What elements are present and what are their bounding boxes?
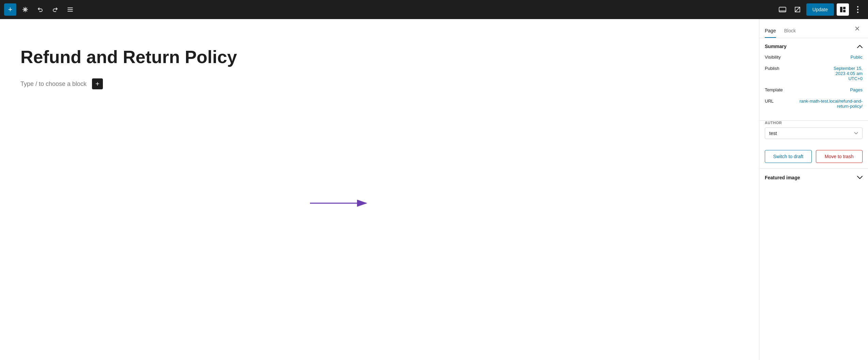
inline-add-block-button[interactable]: + bbox=[92, 78, 103, 89]
main-area: Refund and Return Policy Type / to choos… bbox=[0, 19, 868, 360]
svg-rect-1 bbox=[779, 7, 786, 12]
svg-rect-4 bbox=[843, 10, 846, 12]
author-select[interactable]: test bbox=[765, 127, 863, 139]
svg-point-7 bbox=[857, 12, 858, 13]
url-label: URL bbox=[765, 99, 789, 104]
options-button[interactable] bbox=[852, 3, 864, 16]
summary-row-template: Template Pages bbox=[765, 87, 863, 92]
author-label: AUTHOR bbox=[765, 121, 863, 125]
view-button[interactable] bbox=[776, 3, 789, 16]
page-title[interactable]: Refund and Return Policy bbox=[20, 46, 739, 68]
tab-block[interactable]: Block bbox=[784, 28, 796, 38]
summary-title: Summary bbox=[765, 44, 787, 49]
editor-inner: Refund and Return Policy Type / to choos… bbox=[0, 19, 759, 360]
svg-rect-3 bbox=[843, 7, 846, 9]
sidebar-header: Page Block ✕ bbox=[759, 19, 868, 38]
redo-button[interactable] bbox=[49, 3, 61, 16]
summary-section: Summary Visibility Public Publish Septem… bbox=[759, 38, 868, 121]
tools-button[interactable] bbox=[19, 3, 31, 16]
url-value[interactable]: rank-math-test.local/refund-and-return-p… bbox=[794, 99, 863, 109]
undo-button[interactable] bbox=[34, 3, 46, 16]
summary-row-publish: Publish September 15, 2023 4:05 am UTC+0 bbox=[765, 66, 863, 81]
switch-to-draft-button[interactable]: Switch to draft bbox=[765, 150, 812, 163]
sidebar-tabs: Page Block bbox=[765, 19, 852, 38]
add-block-button[interactable]: + bbox=[4, 3, 16, 16]
block-placeholder[interactable]: Type / to choose a block + bbox=[20, 78, 739, 89]
action-buttons: Switch to draft Move to trash bbox=[759, 145, 868, 169]
svg-rect-2 bbox=[840, 7, 842, 12]
summary-row-url: URL rank-math-test.local/refund-and-retu… bbox=[765, 99, 863, 109]
summary-header: Summary bbox=[765, 44, 863, 49]
featured-image-title: Featured image bbox=[765, 175, 800, 180]
visibility-label: Visibility bbox=[765, 55, 789, 60]
menu-button[interactable] bbox=[64, 3, 76, 16]
svg-point-5 bbox=[857, 6, 858, 7]
featured-image-collapse-button[interactable] bbox=[857, 176, 863, 179]
template-label: Template bbox=[765, 87, 789, 92]
publish-value[interactable]: September 15, 2023 4:05 am UTC+0 bbox=[834, 66, 863, 81]
update-button[interactable]: Update bbox=[806, 3, 834, 16]
svg-point-6 bbox=[857, 9, 858, 10]
sidebar-close-button[interactable]: ✕ bbox=[852, 23, 863, 34]
layout-button[interactable] bbox=[837, 3, 849, 16]
featured-image-section[interactable]: Featured image bbox=[759, 169, 868, 186]
summary-row-visibility: Visibility Public bbox=[765, 55, 863, 60]
toolbar: + bbox=[0, 0, 868, 19]
toolbar-left: + bbox=[4, 3, 774, 16]
preview-button[interactable] bbox=[791, 3, 804, 16]
sidebar: Page Block ✕ Summary Visibility Public bbox=[759, 19, 868, 360]
tab-page[interactable]: Page bbox=[765, 28, 776, 38]
summary-collapse-button[interactable] bbox=[857, 45, 863, 48]
placeholder-text: Type / to choose a block bbox=[20, 80, 87, 88]
author-section: AUTHOR test bbox=[759, 121, 868, 145]
move-to-trash-button[interactable]: Move to trash bbox=[816, 150, 863, 163]
toolbar-right: Update bbox=[776, 3, 864, 16]
editor-wrapper: Refund and Return Policy Type / to choos… bbox=[0, 19, 759, 360]
template-value[interactable]: Pages bbox=[850, 87, 863, 92]
visibility-value[interactable]: Public bbox=[851, 55, 863, 60]
publish-label: Publish bbox=[765, 66, 789, 71]
